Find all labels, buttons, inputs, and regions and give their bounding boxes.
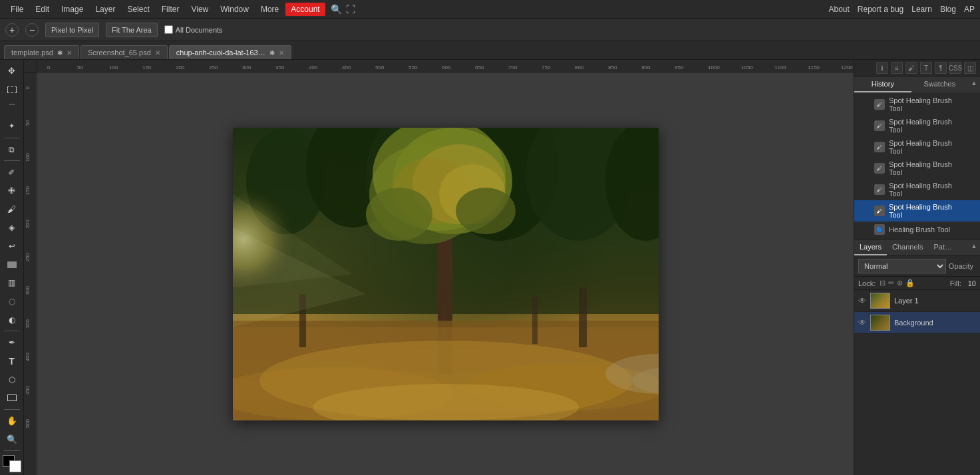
eraser-icon (7, 261, 17, 268)
paragraph-panel-icon[interactable]: ¶ (935, 62, 947, 74)
color-swatch[interactable] (3, 455, 21, 472)
history-item-icon: 🖌 (874, 120, 885, 131)
ap-link[interactable]: AP (964, 5, 975, 14)
tab-history[interactable]: History (854, 77, 911, 92)
tab-swatches[interactable]: Swatches (911, 77, 969, 92)
layers-collapse-button[interactable]: ▲ (968, 239, 980, 255)
path-select-button[interactable]: ⬡ (3, 371, 21, 389)
lock-row: Lock: ⊟ ✏ ⊕ 🔒 Fill: 10 (854, 277, 980, 290)
eraser-button[interactable] (3, 256, 21, 273)
tab-channels[interactable]: Channels (887, 239, 928, 255)
lock-all-icon[interactable]: 🔒 (905, 279, 915, 287)
lock-artboards-icon[interactable]: ⊕ (897, 279, 903, 287)
toolbar-separator (4, 450, 20, 451)
brush-tool-button[interactable]: 🖌 (3, 201, 21, 218)
all-documents-checkbox[interactable] (164, 25, 173, 34)
zoom-icon: 🔍 (7, 434, 17, 444)
hand-tool-button[interactable]: ✋ (3, 412, 21, 430)
css-panel-icon[interactable]: CSS (949, 62, 961, 74)
lasso-tool-button[interactable]: ⌒ (3, 99, 21, 116)
fit-the-area-button[interactable]: Fit The Area (106, 23, 158, 37)
scene-svg (233, 128, 659, 420)
zoom-out-button[interactable]: − (25, 23, 39, 37)
tab-close-button[interactable]: ✕ (279, 49, 284, 57)
blur-button[interactable]: ◌ (3, 293, 21, 310)
history-item[interactable]: 🖌 Spot Healing Brush Tool (854, 115, 980, 136)
move-tool-button[interactable]: ✥ (3, 63, 21, 80)
canvas-area[interactable]: 0 50 100 150 200 250 300 350 400 450 500… (24, 60, 854, 475)
lock-position-icon[interactable]: ✏ (888, 279, 894, 287)
layer-thumbnail (870, 315, 890, 331)
text-tool-button[interactable]: T (3, 353, 21, 370)
history-panel: History Swatches ▲ 🖌 Spot Healing Brush … (854, 77, 980, 239)
canvas-image[interactable] (233, 128, 659, 420)
panel-top-icons: ℹ ≡ 🖌 T ¶ CSS ◫ (854, 60, 980, 77)
lock-pixels-icon[interactable]: ⊟ (880, 279, 886, 287)
toolbar-separator (4, 160, 20, 161)
report-bug-link[interactable]: Report a bug (858, 5, 903, 14)
dodge-button[interactable]: ◐ (3, 311, 21, 329)
opacity-label: Opacity (949, 262, 973, 270)
tab-close-button[interactable]: ✕ (67, 49, 72, 57)
marquee-tool-button[interactable] (3, 81, 21, 98)
pen-tool-button[interactable]: ✒ (3, 334, 21, 351)
tab-screenshot[interactable]: Screenshot_65.psd ✕ (81, 45, 168, 59)
search-icon[interactable]: 🔍 (331, 4, 342, 15)
eyedropper-button[interactable]: ✏ (3, 164, 21, 181)
menu-layer[interactable]: Layer (90, 3, 120, 16)
svg-rect-33 (233, 128, 659, 420)
shape-tool-button[interactable] (3, 389, 21, 406)
menu-filter[interactable]: Filter (156, 3, 185, 16)
menu-view[interactable]: View (186, 3, 214, 16)
tab-chup-anh[interactable]: chup-anh-cuoi-da-lat-163… ✱ ✕ (169, 45, 291, 59)
menu-edit[interactable]: Edit (30, 3, 55, 16)
history-brush-button[interactable]: ↩ (3, 238, 21, 255)
menu-more[interactable]: More (255, 3, 284, 16)
brush-icon: 🖌 (7, 204, 16, 214)
layer-visibility-icon[interactable]: 👁 (858, 296, 866, 305)
text-panel-icon[interactable]: T (920, 62, 932, 74)
zoom-in-button[interactable]: + (5, 23, 19, 37)
history-item[interactable]: 🔵 Healing Brush Tool (854, 222, 980, 238)
layers-mini-icon[interactable]: ◫ (964, 62, 976, 74)
blog-link[interactable]: Blog (940, 5, 956, 14)
zoom-tool-button[interactable]: 🔍 (3, 431, 21, 448)
tab-paths[interactable]: Pat… (929, 239, 958, 255)
menu-file[interactable]: File (5, 3, 29, 16)
menu-window[interactable]: Window (215, 3, 254, 16)
layer-visibility-icon[interactable]: 👁 (858, 318, 866, 327)
adjustments-panel-icon[interactable]: 🖌 (905, 62, 917, 74)
history-item[interactable]: 🖌 Spot Healing Brush Tool (854, 136, 980, 158)
history-collapse-button[interactable]: ▲ (968, 77, 980, 92)
background-color[interactable] (9, 460, 21, 472)
history-item[interactable]: 🖌 Spot Healing Brush Tool (854, 158, 980, 179)
all-documents-label[interactable]: All Documents (164, 25, 223, 34)
menu-account[interactable]: Account (285, 3, 325, 16)
menu-select[interactable]: Select (122, 3, 154, 16)
history-item[interactable]: 🖌 Spot Healing Brush Tool (854, 94, 980, 115)
about-link[interactable]: About (829, 5, 850, 14)
crop-tool-button[interactable]: ⧉ (3, 141, 21, 158)
layer-item-layer1[interactable]: 👁 Layer 1 (854, 290, 980, 312)
layers-panel: Layers Channels Pat… ▲ Normal Opacity Lo… (854, 239, 980, 475)
blend-mode-select[interactable]: Normal (858, 259, 946, 273)
lasso-icon: ⌒ (8, 102, 16, 114)
pixel-to-pixel-button[interactable]: Pixel to Pixel (45, 23, 99, 37)
history-item[interactable]: 🖌 Spot Healing Brush Tool (854, 179, 980, 200)
fullscreen-icon[interactable]: ⛶ (346, 4, 355, 15)
eyedropper-icon: ✏ (6, 167, 17, 178)
clone-stamp-button[interactable]: ◈ (3, 219, 21, 236)
shape-icon (7, 395, 17, 401)
layer-item-background[interactable]: 👁 Background (854, 312, 980, 334)
history-item[interactable]: 🖌 Spot Healing Brush Tool (854, 200, 980, 222)
options-panel-icon[interactable]: ≡ (891, 62, 903, 74)
tab-close-button[interactable]: ✕ (155, 49, 160, 57)
tab-template-psd[interactable]: template.psd ✱ ✕ (4, 45, 79, 59)
magic-wand-button[interactable]: ✦ (3, 118, 21, 135)
info-panel-icon[interactable]: ℹ (876, 62, 888, 74)
tab-layers[interactable]: Layers (854, 239, 887, 255)
menu-image[interactable]: Image (56, 3, 88, 16)
healing-brush-button[interactable]: ✙ (3, 182, 21, 200)
learn-link[interactable]: Learn (911, 5, 932, 14)
gradient-button[interactable]: ▥ (3, 274, 21, 291)
